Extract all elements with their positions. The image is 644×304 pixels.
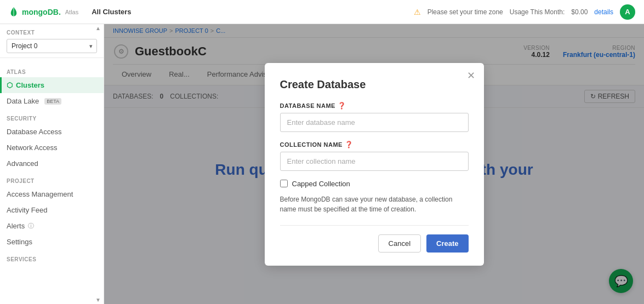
database-access-label: Database Access [7, 128, 61, 136]
logo-atlas-text: Atlas [65, 9, 78, 15]
capped-collection-label[interactable]: Capped Collection [292, 180, 350, 188]
atlas-section-label: ATLAS [0, 62, 104, 77]
sidebar-item-settings[interactable]: Settings [0, 234, 104, 250]
details-link[interactable]: details [594, 8, 613, 16]
services-section-label: SERVICES [0, 250, 104, 265]
modal-close-button[interactable]: ✕ [467, 71, 475, 81]
usage-value: $0.00 [571, 8, 588, 16]
sidebar-item-alerts[interactable]: Alerts ⓘ [0, 218, 104, 234]
db-name-label-text: DATABASE NAME [280, 102, 335, 109]
sidebar-item-clusters[interactable]: ⬡ Clusters [0, 77, 104, 93]
sidebar-item-advanced[interactable]: Advanced [0, 156, 104, 171]
network-access-label: Network Access [7, 144, 57, 152]
clusters-icon: ⬡ [7, 81, 13, 89]
cancel-button[interactable]: Cancel [378, 234, 421, 253]
logo-area: mongoDB. Atlas [9, 7, 78, 17]
collection-name-label-text: COLLECTION NAME [280, 141, 343, 148]
usage-label: Usage This Month: [510, 8, 565, 16]
sidebar-item-database-access[interactable]: Database Access [0, 124, 104, 140]
timezone-warning: Please set your time zone [428, 8, 503, 16]
modal-overlay: ✕ Create Database DATABASE NAME ❓ COLLEC… [104, 24, 644, 304]
access-management-label: Access Management [7, 190, 73, 198]
alerts-info-icon: ⓘ [28, 222, 34, 230]
settings-label: Settings [7, 238, 32, 246]
sidebar-scroll-up[interactable]: ▲ [95, 25, 101, 31]
project-section-label: PROJECT [0, 171, 104, 186]
sidebar-item-activity-feed[interactable]: Activity Feed [0, 202, 104, 218]
sidebar-scroll-down[interactable]: ▼ [95, 297, 101, 303]
mongodb-logo-icon [9, 7, 19, 17]
db-name-label: DATABASE NAME ❓ [280, 102, 469, 110]
avatar[interactable]: A [620, 4, 635, 20]
modal-title: Create Database [280, 78, 469, 91]
capped-collection-checkbox[interactable] [280, 180, 288, 187]
collection-name-help-icon[interactable]: ❓ [345, 141, 354, 148]
nav-right: ⚠ Please set your time zone Usage This M… [414, 4, 635, 20]
modal-footer: Cancel Create [280, 225, 469, 253]
context-label: CONTEXT [7, 30, 97, 36]
alerts-label: Alerts [7, 222, 25, 230]
datalake-label: Data Lake [7, 97, 39, 105]
all-clusters-button[interactable]: All Clusters [87, 8, 135, 16]
sidebar-item-network-access[interactable]: Network Access [0, 140, 104, 156]
content-area: INNOWISE GROUP > PROJECT 0 > C... ⚙ Gues… [104, 24, 644, 304]
create-button[interactable]: Create [426, 234, 468, 253]
warning-icon: ⚠ [414, 8, 421, 16]
capped-collection-info: Before MongoDB can save your new databas… [280, 193, 469, 214]
datalake-badge: BETA [44, 98, 61, 105]
context-select[interactable]: Project 0 [7, 39, 97, 53]
db-name-input[interactable] [280, 113, 469, 132]
db-name-help-icon[interactable]: ❓ [338, 102, 346, 110]
context-section: CONTEXT Project 0 [0, 24, 104, 58]
collection-name-input[interactable] [280, 152, 469, 171]
sidebar-item-access-management[interactable]: Access Management [0, 186, 104, 202]
logo-text: mongoDB. [22, 8, 61, 16]
sidebar-item-datalake[interactable]: Data Lake BETA [0, 93, 104, 109]
collection-name-label: COLLECTION NAME ❓ [280, 141, 469, 148]
advanced-label: Advanced [7, 159, 38, 168]
create-database-modal: ✕ Create Database DATABASE NAME ❓ COLLEC… [265, 63, 484, 266]
clusters-label: Clusters [16, 81, 44, 89]
capped-collection-row: Capped Collection [280, 180, 469, 188]
activity-feed-label: Activity Feed [7, 206, 47, 214]
sidebar: ▲ CONTEXT Project 0 ATLAS ⬡ Clusters Dat… [0, 24, 104, 304]
security-section-label: SECURITY [0, 109, 104, 124]
top-nav: mongoDB. Atlas All Clusters ⚠ Please set… [0, 0, 644, 24]
